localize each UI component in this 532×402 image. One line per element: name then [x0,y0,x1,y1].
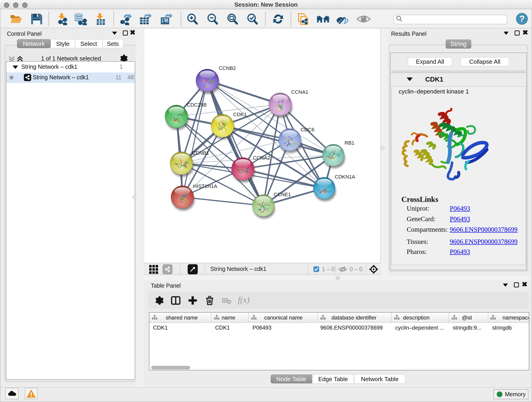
svg-text:CCNB1: CCNB1 [192,150,209,156]
svg-text:?: ? [519,14,525,24]
svg-text:CCNB2: CCNB2 [219,65,236,71]
svg-text:CDKN1A: CDKN1A [335,174,355,180]
svg-text:CCNE1: CCNE1 [274,191,291,197]
svg-text:CDC25B: CDC25B [187,102,207,108]
svg-text:HIST1H1A: HIST1H1A [193,183,217,189]
svg-text:CDK1: CDK1 [233,112,247,117]
svg-text:CCNA2: CCNA2 [253,155,270,161]
svg-text:CCNA1: CCNA1 [291,89,308,95]
svg-text:CDC6: CDC6 [301,127,314,133]
svg-text:RB1: RB1 [345,140,355,146]
